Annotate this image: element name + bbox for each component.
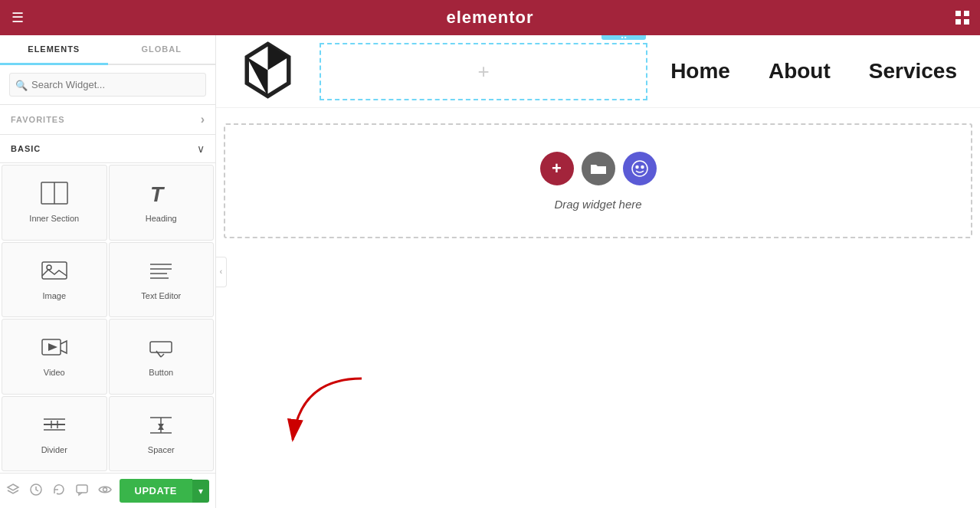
drop-smiley-button[interactable] [623, 152, 657, 185]
update-dropdown-button[interactable]: ▾ [192, 480, 209, 503]
widget-heading-label: Heading [146, 214, 177, 223]
canvas-area: + ⣿ × + Home About Services + [216, 35, 980, 508]
drop-zone: + [224, 123, 972, 238]
widget-text-editor-label: Text Editor [141, 291, 181, 300]
basic-header[interactable]: BASIC ∨ [0, 135, 215, 162]
widget-inner-section-label: Inner Section [29, 214, 79, 223]
svg-point-38 [641, 166, 644, 168]
svg-point-37 [636, 166, 638, 168]
video-icon [41, 336, 68, 362]
widget-image-label: Image [42, 291, 66, 300]
widget-image[interactable]: Image [2, 242, 107, 318]
widget-button[interactable]: Button [109, 319, 215, 395]
preview-wrapper: + ⣿ × + Home About Services + [216, 35, 980, 508]
widget-heading[interactable]: T Heading [109, 165, 215, 241]
nav-link-services[interactable]: Services [869, 59, 957, 84]
svg-marker-34 [268, 44, 289, 70]
update-button[interactable]: UPDATE [120, 479, 192, 503]
favorites-label: FAVORITES [11, 115, 65, 124]
basic-section: BASIC ∨ [0, 135, 215, 163]
svg-point-8 [47, 265, 51, 270]
svg-marker-14 [48, 343, 57, 351]
panel-tabs: ELEMENTS GLOBAL [0, 35, 215, 65]
drop-add-button[interactable]: + [540, 152, 574, 185]
widget-inner-section[interactable]: Inner Section [2, 165, 107, 241]
svg-rect-3 [964, 19, 969, 25]
update-button-group: UPDATE ▾ [120, 479, 209, 503]
svg-text:T: T [150, 182, 166, 205]
divider-icon [41, 413, 68, 439]
svg-rect-31 [77, 485, 87, 493]
search-container: 🔍 [0, 65, 215, 105]
widget-divider-label: Divider [41, 445, 67, 454]
selected-column: + ⣿ × + [320, 43, 647, 100]
preview-nav: + ⣿ × + Home About Services [216, 35, 980, 108]
svg-marker-26 [158, 425, 164, 430]
search-input[interactable] [9, 73, 206, 97]
nav-link-about[interactable]: About [769, 59, 831, 84]
column-close-button[interactable]: × [632, 35, 641, 38]
image-icon [41, 259, 68, 285]
history-icon[interactable] [29, 483, 43, 499]
column-toolbar: + ⣿ × [601, 35, 646, 40]
svg-rect-2 [955, 19, 961, 25]
text-editor-icon [147, 259, 175, 285]
inner-section-icon [41, 182, 68, 208]
comments-icon[interactable] [75, 483, 89, 499]
drop-text: Drag widget here [554, 198, 641, 211]
button-icon [147, 336, 175, 362]
favorites-chevron-icon: › [201, 113, 205, 126]
revisions-icon[interactable] [52, 483, 66, 499]
svg-line-16 [156, 351, 161, 357]
layers-icon[interactable] [6, 483, 20, 499]
heading-icon: T [147, 182, 175, 208]
widget-video[interactable]: Video [2, 319, 107, 395]
widget-button-label: Button [149, 368, 173, 377]
widget-divider[interactable]: Divider [2, 396, 107, 472]
hamburger-menu-icon[interactable]: ☰ [0, 0, 35, 35]
tab-elements[interactable]: ELEMENTS [0, 35, 108, 65]
svg-rect-1 [964, 11, 969, 16]
widget-spacer[interactable]: Spacer [109, 396, 215, 472]
panel-collapse-handle[interactable]: ‹ [216, 257, 227, 287]
widget-text-editor[interactable]: Text Editor [109, 242, 215, 318]
column-add-button[interactable]: + [606, 35, 615, 38]
column-plus-icon[interactable]: + [477, 60, 489, 84]
svg-point-32 [103, 488, 107, 492]
search-icon: 🔍 [15, 79, 28, 90]
grid-icon[interactable] [945, 0, 980, 35]
widget-video-label: Video [44, 368, 65, 377]
preview-logo [239, 41, 297, 102]
favorites-section: FAVORITES › [0, 105, 215, 135]
drop-buttons: + [540, 152, 657, 185]
bottom-toolbar: UPDATE ▾ [0, 473, 215, 508]
widget-grid: Inner Section T Heading [0, 163, 215, 473]
basic-label: BASIC [11, 144, 41, 153]
widget-spacer-label: Spacer [148, 445, 175, 454]
svg-point-36 [632, 161, 647, 176]
column-move-button[interactable]: ⣿ [618, 35, 629, 38]
drop-content: + [540, 152, 657, 211]
elementor-logo: elementor [35, 8, 945, 28]
drop-folder-button[interactable] [582, 152, 615, 185]
basic-collapse-icon: ∨ [197, 143, 205, 155]
tab-global[interactable]: GLOBAL [108, 35, 216, 64]
nav-link-home[interactable]: Home [670, 59, 730, 84]
eye-icon[interactable] [98, 483, 112, 499]
svg-rect-0 [955, 11, 961, 16]
svg-rect-15 [150, 342, 172, 352]
svg-line-17 [161, 354, 164, 357]
nav-links: Home About Services [670, 59, 957, 84]
favorites-header[interactable]: FAVORITES › [0, 105, 215, 134]
svg-marker-29 [8, 484, 18, 490]
spacer-icon [147, 413, 175, 439]
svg-rect-7 [42, 262, 67, 279]
